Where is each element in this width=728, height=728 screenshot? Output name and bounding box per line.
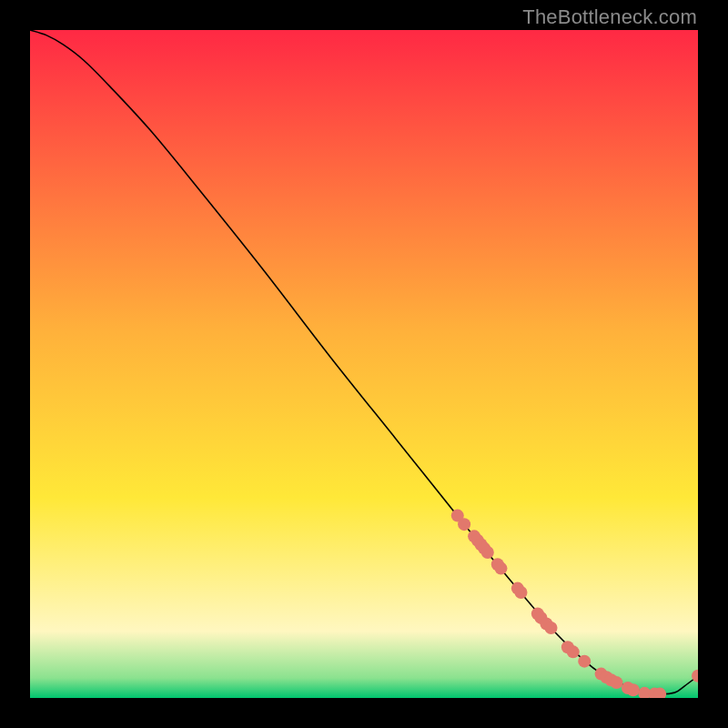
marker-dot (514, 586, 527, 599)
chart-container: TheBottleneck.com (0, 0, 728, 728)
marker-dot (567, 645, 580, 658)
marker-dot (545, 622, 558, 634)
marker-dot (578, 655, 591, 668)
gradient-background (30, 30, 698, 698)
marker-dot (494, 562, 507, 575)
marker-dot (458, 518, 470, 531)
marker-dot (481, 546, 494, 559)
marker-dot (610, 676, 622, 689)
watermark-label: TheBottleneck.com (522, 5, 697, 29)
chart-plot (30, 30, 698, 698)
marker-dot (627, 683, 640, 696)
